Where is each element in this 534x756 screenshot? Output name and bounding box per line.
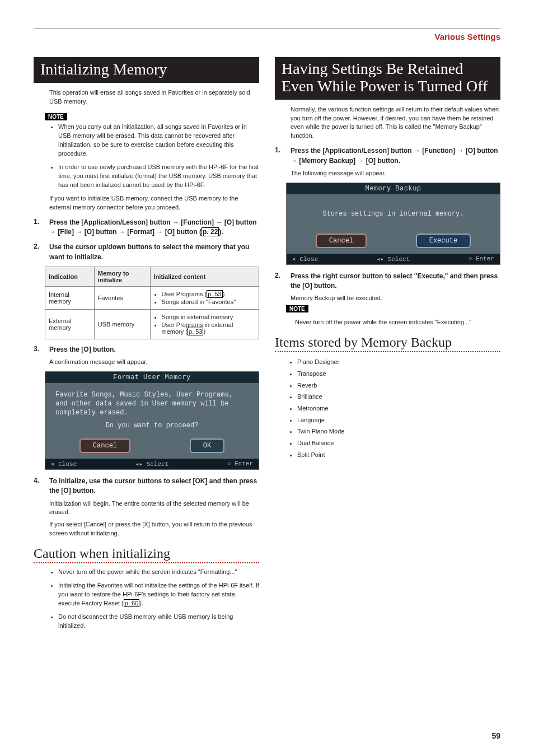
page-link[interactable]: p. 22 [202,227,219,236]
page-link[interactable]: p. 60 [124,599,139,607]
t: User Programs ( [162,291,207,297]
note-item: When you carry out an initialization, al… [58,123,259,158]
td: User Programs (p. 53) Songs stored in "F… [150,287,259,310]
th-indication: Indication [45,267,95,287]
page-link[interactable]: p. 53 [188,328,203,335]
step-2: 2. Press the right cursor button to sele… [275,272,500,291]
caution-heading: Caution when initializing [34,546,259,561]
lcd-close-hint: ✕ Close [51,460,77,468]
step-number: 3. [34,345,44,354]
items-heading: Items stored by Memory Backup [275,335,500,350]
t: [File] [58,228,76,236]
step-number: 1. [34,218,44,237]
caution-item: Initializing the Favorites will not init… [58,581,259,608]
arrow-icon: → [49,228,56,236]
t: ). [139,600,143,606]
t: [O] button [224,218,257,226]
t: Press the [Application/Lesson] button [291,147,414,155]
arrow-icon: → [414,147,420,155]
step-1: 1. Press the [Application/Lesson] button… [34,218,259,237]
caution-item: Never turn off the power while the scree… [58,568,259,577]
backup-items-list: Piano Designer Transpose Reverb Brillian… [297,357,500,460]
t: [Function] [181,218,216,226]
list-item: Split Point [297,450,500,460]
t: [O] button [85,228,119,236]
lcd-memory-backup: Memory Backup Stores settings in interna… [286,183,500,265]
lcd-text: Stores settings in internal memory. [297,210,490,219]
intro-text: This operation will erase all songs save… [49,88,259,106]
arrow-icon: → [216,218,222,226]
step-4: 4. To initialize, use the cursor buttons… [34,477,259,496]
note-list: When you carry out an initialization, al… [58,123,259,190]
page-header: Various Settings [34,32,500,41]
section-title-init-memory: Initializing Memory [34,57,259,83]
divider-dotted [275,351,500,352]
step-text: To initialize, use the cursor buttons to… [49,477,259,496]
t: [Memory Backup] [299,157,357,165]
td: USB memory [94,310,150,339]
step-number: 4. [34,477,44,496]
lcd-enter-hint: ○ Enter [469,255,494,263]
step-sub: The following message will appear. [291,169,500,178]
lcd-cancel-button[interactable]: Cancel [316,234,367,248]
t: [Function] [422,147,457,155]
li: User Programs (p. 53) [162,291,255,297]
td: Favorites [94,287,150,310]
li: Songs stored in "Favorites" [162,298,255,305]
lcd-title: Format User Memory [45,372,259,383]
th-memory: Memory to initialize [94,267,150,287]
step-text: Press the right cursor button to select … [291,272,500,291]
note-item: In order to use newly purchased USB memo… [58,163,259,190]
list-item: Reverb [297,380,500,391]
t: [Format] [127,228,156,236]
step-text: Press the [O] button. [49,345,259,354]
right-column: Having Settings Be Retained Even While P… [275,57,500,635]
t: [O] button. [366,157,400,165]
page-link[interactable]: p. 53 [207,290,222,298]
note-label: NOTE [286,305,308,312]
step-sub: A confirmation message will appear. [49,358,259,367]
intro-text: Normally, the various function settings … [291,105,500,141]
step-text: Press the [Application/Lesson] button → … [291,146,500,166]
t: [O] button ( [165,228,202,236]
arrow-icon: → [172,218,179,226]
memory-table: Indication Memory to initialize Initiali… [45,267,259,339]
step-text: Press the [Application/Lesson] button → … [49,218,259,237]
td: Internal memory [45,287,95,310]
page-number: 59 [491,731,500,740]
lcd-ok-button[interactable]: OK [190,438,224,453]
li: Songs in external memory [162,314,255,320]
list-item: Piano Designer [297,357,500,367]
th-content: Initialized content [150,267,259,287]
lcd-close-hint: ✕ Close [292,255,318,263]
step-sub: Initialization will begin. The entire co… [49,500,259,517]
t: [O] button [466,147,498,155]
note-text: Never turn off the power while the scree… [295,318,500,327]
caution-item: Do not disconnect the USB memory while U… [58,613,259,631]
t: ) [203,328,205,335]
td: External memory [45,310,95,339]
arrow-icon: → [357,157,364,165]
after-notes: If you want to initialize USB memory, co… [49,194,259,212]
lcd-title: Memory Backup [287,183,500,194]
list-item: Twin Piano Mode [297,426,500,437]
step-3: 3. Press the [O] button. [34,345,259,354]
lcd-execute-button[interactable]: Execute [416,234,471,248]
lcd-text: Favorite Songs, Music Styles, User Progr… [55,391,249,417]
step-text: Use the cursor up/down buttons to select… [49,242,259,262]
list-item: Language [297,415,500,426]
lcd-select-hint: ◂▸ Select [377,255,410,263]
step-1: 1. Press the [Application/Lesson] button… [275,146,500,166]
t: Press the [Application/Lesson] button [49,218,172,226]
left-column: Initializing Memory This operation will … [34,57,259,635]
step-number: 2. [275,272,285,291]
arrow-icon: → [457,147,463,155]
list-item: Metronome [297,403,500,414]
td: Songs in external memory User Programs i… [150,310,259,339]
divider-dotted [34,562,259,563]
list-item: Transpose [297,368,500,379]
list-item: Brilliance [297,391,500,402]
lcd-cancel-button[interactable]: Cancel [79,438,130,453]
step-2: 2. Use the cursor up/down buttons to sel… [34,242,259,262]
t: ) [223,291,225,297]
